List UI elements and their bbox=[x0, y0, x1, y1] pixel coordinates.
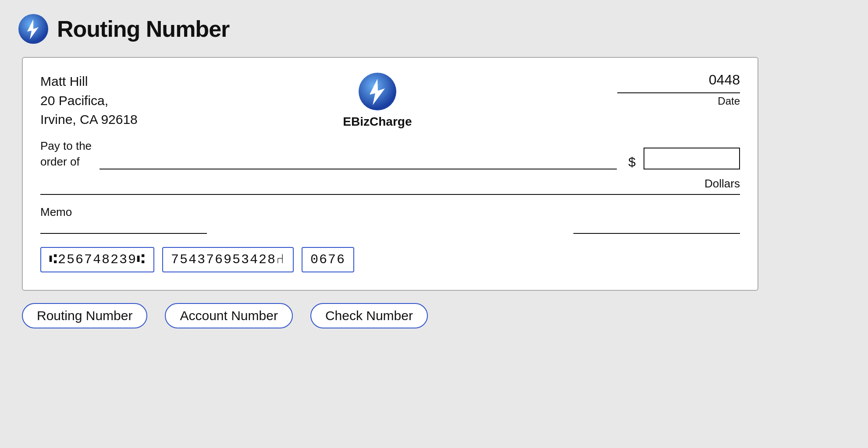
pay-to-row: Pay to theorder of $ bbox=[40, 138, 740, 170]
date-label: Date bbox=[718, 95, 740, 107]
written-amount-line bbox=[40, 176, 699, 190]
amount-input[interactable] bbox=[644, 148, 740, 169]
pay-to-label: Pay to theorder of bbox=[40, 138, 92, 170]
micr-check-num: 0676 bbox=[302, 247, 354, 272]
date-underline bbox=[617, 92, 740, 93]
memo-label: Memo bbox=[40, 205, 207, 219]
page-title: Routing Number bbox=[57, 16, 229, 42]
signature-line bbox=[573, 222, 740, 234]
dollars-label: Dollars bbox=[699, 177, 740, 190]
dollar-sign: $ bbox=[628, 155, 636, 169]
logo-text: EBizCharge bbox=[343, 115, 412, 129]
check-address-line2: Irvine, CA 92618 bbox=[40, 110, 138, 129]
labels-row: Routing Number Account Number Check Numb… bbox=[22, 303, 428, 328]
date-area: Date bbox=[617, 92, 740, 107]
routing-icon bbox=[18, 13, 49, 45]
pay-to-line bbox=[100, 155, 617, 169]
micr-routing: ⑆256748239⑆ bbox=[40, 247, 154, 272]
check-number-label: Check Number bbox=[310, 303, 428, 328]
check-logo: EBizCharge bbox=[343, 72, 412, 129]
check-body: Matt Hill 20 Pacifica, Irvine, CA 92618 … bbox=[22, 57, 758, 291]
check-top-row: Matt Hill 20 Pacifica, Irvine, CA 92618 … bbox=[40, 72, 740, 129]
micr-account: 754376953428⑁ bbox=[162, 247, 294, 272]
page-header: Routing Number bbox=[18, 13, 229, 45]
logo-globe-icon bbox=[358, 72, 397, 111]
written-amount-row: Dollars bbox=[40, 176, 740, 195]
memo-row: Memo bbox=[40, 205, 740, 234]
memo-line bbox=[40, 222, 207, 234]
routing-number-label: Routing Number bbox=[22, 303, 147, 328]
account-number-label: Account Number bbox=[165, 303, 292, 328]
check-name-address: Matt Hill 20 Pacifica, Irvine, CA 92618 bbox=[40, 72, 138, 129]
check-number: 0448 bbox=[709, 72, 740, 88]
check-address-line1: 20 Pacifica, bbox=[40, 91, 138, 110]
check-name: Matt Hill bbox=[40, 72, 138, 91]
memo-left: Memo bbox=[40, 205, 207, 234]
check-number-date: 0448 Date bbox=[617, 72, 740, 107]
micr-row: ⑆256748239⑆ 754376953428⑁ 0676 bbox=[40, 247, 740, 272]
